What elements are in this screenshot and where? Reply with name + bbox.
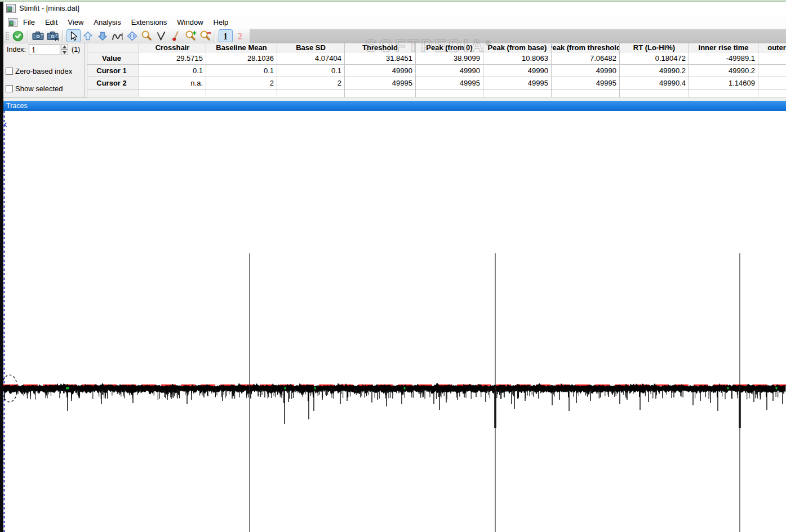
peak-mark [404, 387, 406, 390]
column-header-label: Crosshair [156, 43, 190, 51]
value-cell[interactable]: 49990.2 [620, 65, 689, 77]
column-header[interactable]: Peak (from base) [483, 42, 552, 52]
index-spinner [61, 44, 68, 55]
show-selected-row: Show selected [6, 84, 63, 93]
window-title: Stimfit - [minis.dat] [19, 4, 79, 12]
value-cell[interactable]: 10.8063 [483, 52, 552, 65]
column-header[interactable]: Crosshair [139, 42, 206, 52]
value-cell[interactable]: 49990 [552, 65, 620, 77]
row-label[interactable]: Value [87, 52, 139, 65]
document-window-icon[interactable] [8, 18, 17, 27]
value-cell[interactable]: 31.8451 [345, 52, 416, 65]
column-header[interactable]: Base SD [277, 42, 345, 52]
value-cell[interactable]: -49989.1 [689, 52, 758, 65]
value-cell [277, 90, 345, 97]
value-cell[interactable]: 38.9099 [416, 52, 483, 65]
value-cell[interactable]: 2 [277, 77, 345, 90]
index-input[interactable] [29, 44, 60, 55]
results-row-value: Value29.571528.10364.0740431.845138.9099… [87, 52, 786, 65]
zoom-out-icon [199, 30, 211, 42]
value-cell[interactable]: 0.1 [139, 65, 206, 77]
menu-item-view[interactable]: View [63, 16, 88, 29]
fit-width-button[interactable] [125, 29, 139, 42]
column-header-label: Baseline Mean [216, 43, 267, 51]
column-header[interactable]: Peak (from threshold) [552, 42, 620, 52]
value-cell [345, 90, 416, 97]
menu-item-window[interactable]: Window [172, 16, 208, 29]
value-cell[interactable]: 49990.4 [620, 77, 689, 90]
value-cell[interactable] [758, 77, 786, 90]
event-tool-button[interactable] [169, 29, 183, 42]
value-cell[interactable]: 28.1036 [206, 52, 277, 65]
numeral-1-icon: 1 [220, 30, 231, 42]
application-window: Stimfit - [minis.dat] FileEditViewAnalys… [0, 0, 786, 532]
magnifier-icon [140, 30, 153, 42]
traces-pane-header[interactable]: Traces [3, 101, 786, 111]
value-cell[interactable]: 2 [206, 77, 277, 90]
value-cell[interactable]: n.a. [139, 77, 206, 90]
value-cell[interactable]: 49995 [416, 77, 483, 90]
menu-item-analysis[interactable]: Analysis [88, 16, 126, 29]
toolbar-gripper[interactable] [5, 31, 10, 41]
value-cell[interactable]: 49990 [345, 65, 416, 77]
value-cell[interactable]: 49995 [345, 77, 416, 90]
snapshot-button[interactable] [32, 29, 46, 42]
menu-item-edit[interactable]: Edit [40, 16, 63, 29]
column-header[interactable]: Threshold [345, 42, 416, 52]
value-cell[interactable] [758, 65, 786, 77]
column-header[interactable]: inner rise time [689, 42, 758, 52]
value-cell[interactable]: 49995 [483, 77, 552, 90]
svg-text:2: 2 [238, 31, 242, 41]
channel-2-button[interactable]: 2 [233, 29, 247, 42]
value-cell[interactable]: 49990.2 [689, 65, 758, 77]
value-cell[interactable]: 4.07404 [277, 52, 345, 65]
value-cell[interactable]: 29.5715 [139, 52, 206, 65]
zoom-out-button[interactable] [198, 29, 212, 42]
menu-item-extensions[interactable]: Extensions [126, 16, 172, 29]
value-cell [206, 90, 277, 97]
snapshot-ps-button[interactable]: PS [46, 29, 60, 42]
value-cell[interactable]: 7.06482 [552, 52, 620, 65]
zero-based-index-row: Zero-based index [6, 67, 72, 75]
trace-plot[interactable] [0, 111, 786, 532]
selection-chevron-icon [5, 123, 7, 127]
window-top-border [0, 0, 786, 2]
value-cell[interactable]: 49990 [483, 65, 552, 77]
column-header[interactable]: Baseline Mean [206, 42, 277, 52]
column-header[interactable]: RT (Lo-Hi%) [620, 42, 689, 52]
value-cell[interactable]: 49990 [416, 65, 483, 77]
channel-1-button[interactable]: 1 [219, 29, 233, 42]
toolbar-row: PS 1 2 [3, 29, 786, 43]
fit-trace-button[interactable] [110, 29, 125, 42]
spin-up-button[interactable] [61, 44, 68, 50]
column-header[interactable]: Peak (from 0) [416, 42, 483, 52]
menu-item-help[interactable]: Help [208, 16, 234, 29]
arrow-down-icon [97, 30, 108, 42]
row-label[interactable]: Cursor 2 [87, 77, 139, 90]
zoom-mode-button[interactable] [140, 29, 154, 42]
value-cell[interactable]: 0.180472 [620, 52, 689, 65]
arrow-up-icon [82, 30, 94, 42]
measure-v-button[interactable] [154, 29, 168, 42]
menu-item-file[interactable]: File [18, 16, 40, 29]
row-label[interactable]: Cursor 1 [87, 65, 139, 77]
value-cell[interactable]: 0.1 [206, 65, 277, 77]
value-cell[interactable]: 49995 [552, 77, 620, 90]
previous-trace-button[interactable] [81, 29, 95, 42]
next-trace-button[interactable] [96, 29, 110, 42]
value-cell [416, 90, 483, 97]
spin-down-button[interactable] [61, 50, 68, 55]
value-cell [620, 90, 689, 97]
zero-based-index-checkbox[interactable] [6, 68, 13, 75]
value-cell[interactable]: 0.1 [277, 65, 345, 77]
apply-button[interactable] [11, 29, 25, 42]
value-cell[interactable]: 1.14609 [689, 77, 758, 90]
check-circle-icon [12, 30, 24, 42]
zoom-in-button[interactable] [184, 29, 198, 42]
column-header-label: Threshold [362, 43, 398, 51]
brush-icon [170, 30, 181, 42]
value-cell[interactable] [758, 52, 786, 65]
column-header[interactable]: outer rise time [758, 42, 786, 52]
show-selected-checkbox[interactable] [6, 85, 13, 92]
select-pointer-button[interactable] [66, 29, 81, 42]
